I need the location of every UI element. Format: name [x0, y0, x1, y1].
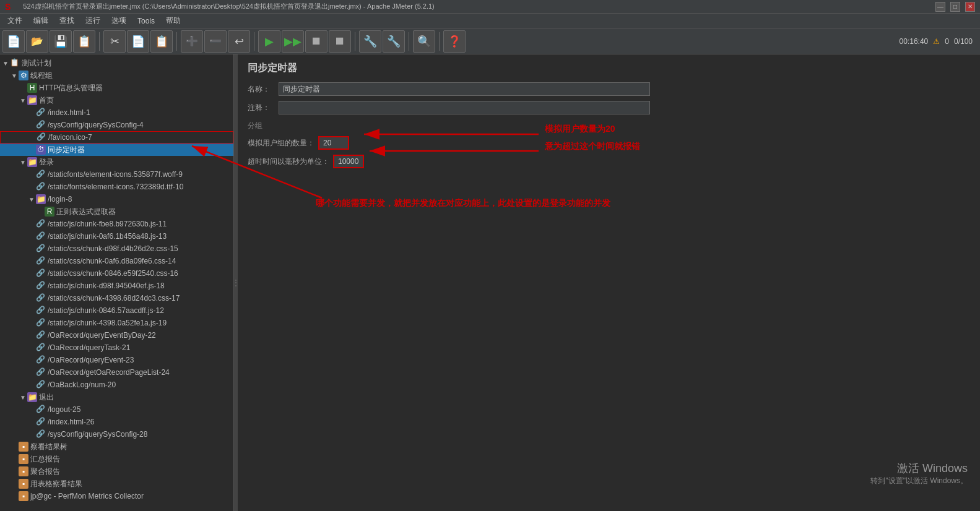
tree-item[interactable]: ▼📁/login-8 [0, 193, 233, 205]
tree-item[interactable]: 🔗/static/js/chunk-4398.0a52fe1a.js-19 [0, 317, 233, 329]
simulate-value[interactable]: 20 [318, 136, 349, 150]
toolbar-cut[interactable]: ✂ [103, 30, 126, 53]
tree-item[interactable]: 🔗/index.html-1 [0, 106, 233, 119]
toolbar-remove[interactable]: ➖ [204, 30, 227, 53]
tree-item-label: /static/css/chunk-0846.e59f2540.css-16 [48, 269, 178, 278]
annotation-text-3: 哪个功能需要并发，就把并发放在对应功能上，此处设置的是登录功能的并发 [316, 198, 610, 209]
menu-run[interactable]: 运行 [80, 14, 105, 27]
tree-icon-folder: 📁 [27, 157, 37, 167]
toolbar-open[interactable]: 📂 [26, 30, 48, 53]
menu-tools[interactable]: Tools [132, 15, 160, 27]
tree-icon-folder: 📁 [36, 194, 46, 204]
menu-options[interactable]: 选项 [106, 14, 131, 27]
tree-item[interactable]: HHTTP信息头管理器 [0, 82, 233, 94]
tree-icon-sampler: 🔗 [36, 343, 46, 353]
annotation-text-1: 模拟用户数量为20 [545, 124, 615, 135]
tree-icon-sampler: 🔗 [36, 231, 46, 241]
menu-search[interactable]: 查找 [54, 14, 79, 27]
tree-item[interactable]: 🔗/static/css/chunk-0846.e59f2540.css-16 [0, 267, 233, 280]
tree-arrow: ▼ [20, 159, 27, 166]
name-row: 名称： [248, 82, 970, 96]
title-bar-icon: S [5, 2, 11, 12]
toolbar-clear-all[interactable]: 🔧 [383, 30, 405, 53]
comment-label: 注释： [248, 103, 279, 113]
tree-item[interactable]: 🔗/static/fonts/element-icons.732389d.ttf… [0, 181, 233, 193]
tree-item[interactable]: 🔗/static/js/chunk-fbe8.b972630b.js-11 [0, 218, 233, 230]
tree-icon-thread: ⚙ [19, 71, 28, 80]
timeout-value[interactable]: 10000 [333, 155, 364, 168]
right-panel: 同步定时器 名称： 注释： 分组 模拟用户组的数量： 20 超时时间以毫秒为单位… [238, 54, 980, 511]
minimize-button[interactable]: — [935, 2, 945, 12]
timeout-label: 超时时间以毫秒为单位： [248, 157, 329, 167]
tree-item[interactable]: 🔗/staticfonts/element-icons.535877f.woff… [0, 168, 233, 181]
toolbar-new[interactable]: 📄 [2, 30, 25, 53]
tree-item[interactable]: 🔗/static/css/chunk-0af6.d8a09fe6.css-14 [0, 255, 233, 267]
tree-item[interactable]: 🔗/index.html-26 [0, 416, 233, 428]
tree-item-label: 登录 [39, 157, 54, 168]
toolbar-search[interactable]: 🔍 [413, 30, 435, 53]
tree-item-label: /sysConfig/querySysConfig-4 [48, 121, 144, 129]
tree-item[interactable]: ▼📋测试计划 [0, 57, 233, 69]
menu-file[interactable]: 文件 [2, 14, 27, 27]
toolbar-save[interactable]: 💾 [50, 30, 72, 53]
tree-item[interactable]: ▪用表格察看结果 [0, 478, 233, 490]
toolbar-shutdown[interactable]: ⏹ [329, 30, 351, 53]
tree-item-label: /OaBackLog/num-20 [48, 380, 116, 389]
tree-item-label: /sysConfig/querySysConfig-28 [48, 430, 147, 439]
menu-edit[interactable]: 编辑 [28, 14, 53, 27]
tree-item[interactable]: ▼📁首页 [0, 94, 233, 106]
tree-item[interactable]: 🔗/OaRecord/queryEventByDay-22 [0, 329, 233, 341]
comment-input[interactable] [279, 101, 650, 114]
tree-icon-listener: ▪ [19, 479, 28, 489]
tree-item[interactable]: ▪聚合报告 [0, 465, 233, 478]
close-button[interactable]: ✕ [965, 2, 975, 12]
tree-item[interactable]: ▼📁退出 [0, 391, 233, 403]
tree-item[interactable]: ▼⚙线程组 [0, 69, 233, 82]
tree-icon-sampler: 🔗 [36, 244, 46, 254]
tree-item[interactable]: 🔗/static/js/chunk-0846.57aacdff.js-12 [0, 304, 233, 317]
tree-item[interactable]: 🔗/sysConfig/querySysConfig-28 [0, 428, 233, 440]
tree-item[interactable]: 🔗/static/js/chunk-d98f.945040ef.js-18 [0, 280, 233, 292]
title-bar-controls: — □ ✕ [935, 2, 975, 12]
tree-item-label: 用表格察看结果 [30, 479, 82, 489]
maximize-button[interactable]: □ [950, 2, 960, 12]
toolbar-undo[interactable]: ↩ [228, 30, 250, 53]
tree-item-label: /static/js/chunk-fbe8.b972630b.js-11 [48, 220, 167, 228]
tree-arrow: ▼ [2, 60, 10, 67]
tree-item[interactable]: 🔗/static/css/chunk-d98f.d4b26d2e.css-15 [0, 243, 233, 255]
tree-item[interactable]: ⏱同步定时器 [0, 144, 233, 156]
tree-item[interactable]: 🔗/OaBackLog/num-20 [0, 379, 233, 391]
tree-item-label: /index.html-26 [48, 418, 94, 426]
tree-icon-folder: 📁 [27, 392, 37, 402]
tree-item[interactable]: 🔗/logout-25 [0, 403, 233, 416]
tree-icon-sampler: 🔗 [36, 293, 46, 303]
toolbar-start-no-pause[interactable]: ▶▶ [282, 30, 304, 53]
tree-item[interactable]: ▪jp@gc - PerfMon Metrics Collector [0, 490, 233, 502]
tree-item[interactable]: 🔗/sysConfig/querySysConfig-4 [0, 119, 233, 131]
tree-icon-sampler: 🔗 [36, 367, 46, 377]
toolbar-clear[interactable]: 🔧 [359, 30, 381, 53]
tree-item[interactable]: R正则表达式提取器 [0, 205, 233, 218]
tree-item[interactable]: 🔗/favicon.ico-7 [0, 131, 233, 144]
menu-help[interactable]: 帮助 [161, 14, 186, 27]
toolbar-add[interactable]: ➕ [181, 30, 203, 53]
tree-item[interactable]: 🔗/static/js/chunk-0af6.1b456a48.js-13 [0, 230, 233, 243]
toolbar-help[interactable]: ❓ [443, 30, 466, 53]
toolbar-paste[interactable]: 📋 [150, 30, 173, 53]
tree-arrow: ▼ [11, 72, 19, 79]
name-input[interactable] [279, 82, 650, 96]
toolbar-copy[interactable]: 📄 [127, 30, 149, 53]
tree-item[interactable]: 🔗/OaRecord/getOaRecordPageList-24 [0, 366, 233, 379]
tree-item-label: /OaRecord/getOaRecordPageList-24 [48, 368, 170, 377]
tree-icon-sampler: 🔗 [36, 281, 46, 291]
tree-item[interactable]: 🔗/OaRecord/queryTask-21 [0, 341, 233, 354]
tree-item[interactable]: ▪汇总报告 [0, 453, 233, 465]
tree-item[interactable]: 🔗/static/css/chunk-4398.68d24dc3.css-17 [0, 292, 233, 304]
tree-item[interactable]: ▼📁登录 [0, 156, 233, 168]
toolbar-saveas[interactable]: 📋 [73, 30, 95, 53]
toolbar-stop[interactable]: ⏹ [305, 30, 327, 53]
toolbar-start[interactable]: ▶ [258, 30, 280, 53]
tree-item[interactable]: ▪察看结果树 [0, 440, 233, 453]
tree-item[interactable]: 🔗/OaRecord/queryEvent-23 [0, 354, 233, 366]
tree-icon-folder: 📁 [27, 95, 37, 105]
